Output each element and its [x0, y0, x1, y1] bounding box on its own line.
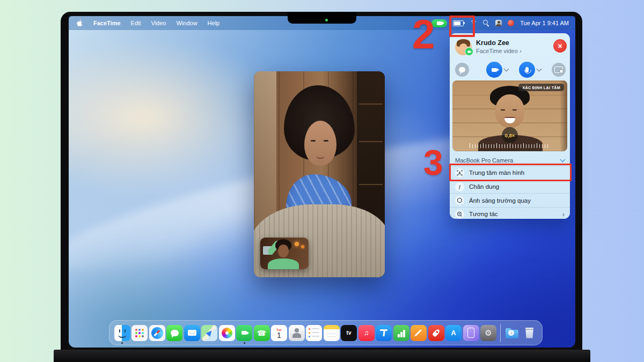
- messages-button[interactable]: [455, 63, 469, 77]
- call-type-link[interactable]: FaceTime video ›: [476, 48, 522, 54]
- dock-icon-numbers[interactable]: [393, 325, 409, 341]
- end-call-button[interactable]: ×: [553, 39, 567, 53]
- dock-divider: [500, 324, 501, 342]
- chevron-right-icon: ›: [562, 211, 565, 218]
- dock-icon-reminders[interactable]: [306, 325, 322, 341]
- dock-icon-pages[interactable]: [411, 325, 427, 341]
- dock-icon-apple-tv[interactable]: tv: [341, 325, 357, 341]
- dock-icon-keynote[interactable]: [376, 325, 392, 341]
- video-options-chevron-icon[interactable]: [504, 67, 509, 72]
- dock-icon-maps[interactable]: [201, 325, 217, 341]
- dock-icon-photos[interactable]: [219, 325, 235, 341]
- menu-item-studio-light[interactable]: Ánh sáng trường quay: [450, 193, 570, 207]
- camera-preview: XÁC ĐỊNH LẠI TÂM 0,8×: [452, 80, 567, 151]
- menu-item-window[interactable]: Window: [176, 20, 197, 26]
- menu-bar-clock[interactable]: Tue Apr 1 9:41 AM: [520, 20, 569, 26]
- dock-icon-trash[interactable]: [522, 325, 538, 341]
- annotation-step-3: 3: [423, 145, 443, 180]
- studio-light-icon: [455, 196, 464, 205]
- laptop-chin: [54, 350, 590, 362]
- recenter-badge[interactable]: XÁC ĐỊNH LẠI TÂM: [518, 84, 564, 91]
- dock-icon-launchpad[interactable]: [131, 325, 148, 341]
- portrait-icon: ƒ: [455, 182, 464, 191]
- dock-icon-finder[interactable]: [114, 325, 130, 341]
- video-camera-icon: [492, 68, 497, 72]
- mic-options-chevron-icon[interactable]: [537, 67, 542, 72]
- display-notch: [288, 12, 356, 24]
- menubar-extra-icon[interactable]: [508, 20, 514, 26]
- call-controls-row: [450, 60, 570, 79]
- menu-item-help[interactable]: Help: [208, 20, 220, 26]
- dock-icon-downloads[interactable]: ↓: [504, 325, 520, 341]
- menu-item-video[interactable]: Video: [151, 20, 166, 26]
- dock-icon-app-store[interactable]: A: [445, 325, 462, 341]
- dock-icon-calendar[interactable]: Tue1: [271, 325, 287, 341]
- video-badge-icon: [465, 47, 473, 56]
- self-preview-face: [495, 94, 524, 128]
- dock-icon-contacts[interactable]: [289, 325, 305, 341]
- chevron-down-icon: [560, 157, 566, 162]
- chat-bubble-icon: [459, 67, 465, 72]
- apple-logo-icon[interactable]: [77, 19, 83, 27]
- camera-active-indicator: [325, 19, 328, 21]
- dock-icon-mail[interactable]: [184, 325, 200, 341]
- caller-avatar: [455, 39, 472, 55]
- dock-icon-iphone-mirroring[interactable]: [463, 325, 479, 341]
- caller-name: Krudo Zee: [476, 39, 509, 47]
- user-switcher-icon[interactable]: [495, 20, 502, 26]
- dock-icon-messages[interactable]: [166, 325, 182, 341]
- dock-icon-music[interactable]: ♫: [358, 325, 375, 341]
- zoom-ruler[interactable]: [470, 144, 550, 148]
- menu-item-reactions[interactable]: Tương tác ›: [450, 207, 570, 221]
- mic-toggle-button[interactable]: [519, 62, 535, 78]
- spotlight-search-icon[interactable]: [483, 20, 489, 26]
- menu-item-portrait[interactable]: ƒ Chân dung: [450, 180, 570, 194]
- dock-icon-safari[interactable]: [149, 325, 165, 341]
- microphone-icon: [525, 67, 529, 72]
- desktop-stage: FaceTime Edit Video Window Help Tue Apr …: [0, 0, 644, 362]
- facetime-control-panel: Krudo Zee FaceTime video › × XÁC ĐỊNH LẠ…: [450, 33, 570, 219]
- dock-icon-facetime[interactable]: [236, 325, 252, 341]
- screen-share-icon: [554, 67, 563, 73]
- chevron-right-icon: ›: [519, 48, 522, 54]
- self-view-pip[interactable]: [260, 238, 309, 269]
- zoom-level-badge[interactable]: 0,8×: [502, 127, 518, 143]
- video-camera-icon: [437, 21, 442, 25]
- annotation-box-center-stage: [449, 164, 572, 181]
- screen-share-button[interactable]: [552, 63, 566, 77]
- dock-icon-phone[interactable]: ☎: [254, 325, 270, 341]
- remote-caller-face: [304, 121, 336, 166]
- annotation-box-menubar-camera: [449, 16, 475, 37]
- dock-icon-system-settings[interactable]: ⚙: [480, 325, 496, 341]
- dock: ☎ Tue1 tv ♫ A ⚙ ↓: [109, 320, 543, 345]
- menu-app-name[interactable]: FaceTime: [93, 20, 121, 26]
- facetime-window[interactable]: [254, 71, 385, 277]
- video-toggle-button[interactable]: [486, 62, 502, 78]
- dock-icon-notes[interactable]: [324, 325, 340, 341]
- annotation-step-2: 2: [412, 14, 435, 55]
- dock-icon-rocket[interactable]: [428, 325, 444, 341]
- reactions-icon: [455, 210, 464, 219]
- menu-item-edit[interactable]: Edit: [131, 20, 141, 26]
